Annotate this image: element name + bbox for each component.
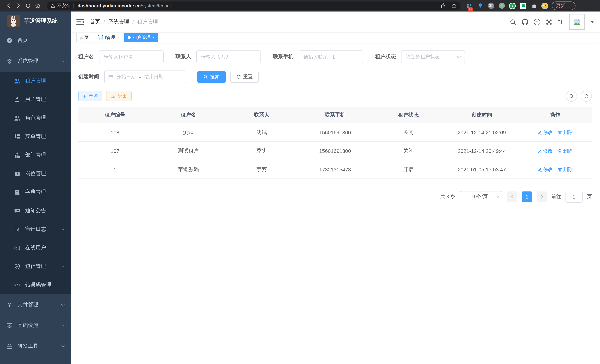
github-icon[interactable] [522,19,528,25]
sidebar-item-sms[interactable]: 短信管理 [0,257,71,276]
status-label: 租户状态 [375,53,396,60]
extension-y-icon[interactable]: Y [509,2,516,9]
gear-icon: ⚙ [6,58,13,64]
font-size-icon[interactable]: TT [558,19,564,25]
sidebar-item-tenant[interactable]: 租户管理 [0,72,71,90]
delete-button[interactable]: 删除 [558,166,573,173]
help-icon[interactable]: ? [534,19,540,25]
tenant-name-input[interactable] [99,50,164,63]
export-button[interactable]: 导出 [106,91,132,101]
cell-tenant-id: 1 [78,160,151,178]
next-page-button[interactable] [536,191,547,202]
toggle-search-button[interactable] [566,91,577,102]
tab-dept[interactable]: 部门管理 × [94,33,123,42]
edit-button[interactable]: 修改 [537,129,553,136]
refresh-icon [236,75,241,79]
navbar: 首页 / 系统管理 / 租户管理 ? [71,11,600,32]
header-search-icon[interactable] [510,19,516,25]
tab-label: 租户管理 [133,34,150,41]
cell-status: 关闭 [372,142,445,160]
cell-tenant-name: 芋道源码 [151,160,225,178]
avatar[interactable] [569,14,585,30]
pagination: 共 3 条 10条/页 1 前往 页 [78,191,592,203]
sidebar-item-system[interactable]: ⚙ 系统管理 [0,51,71,72]
col-tenant-name: 租户名 [151,107,225,123]
edit-button[interactable]: 修改 [537,148,553,154]
sidebar-item-error-codes[interactable]: </> 错误码管理 [0,276,71,294]
table-row: 1 芋道源码 芋艿 17321315478 开启 2021-01-05 17:0… [78,160,592,179]
breadcrumb-separator: / [103,19,105,25]
sidebar-item-dev-tools[interactable]: 研发工具 [0,336,71,357]
not-secure-label[interactable]: 不安全 [57,3,71,9]
tenant-name-label: 租户名 [78,53,94,60]
sidebar-item-label: 审计日志 [25,226,46,233]
search-button[interactable]: 搜索 [197,71,225,83]
breadcrumb-system[interactable]: 系统管理 [108,19,129,25]
table-row: 108 测试 测试 15601691300 关闭 2021-12-14 21:0… [78,123,592,142]
reset-button[interactable]: 重置 [230,71,259,83]
home-icon[interactable] [33,1,42,10]
cell-tenant-id: 108 [78,123,151,141]
delete-button[interactable]: 删除 [558,148,573,154]
sidebar-item-label: 短信管理 [25,263,46,270]
sidebar-item-online-users[interactable]: 在线用户 [0,239,71,257]
status-select[interactable]: 请选择租户状态 [401,50,465,63]
refresh-table-button[interactable] [581,91,592,102]
chrome-menu-icon[interactable]: ⋮ [568,3,572,8]
contact-input[interactable] [196,50,261,63]
close-icon[interactable]: × [117,35,119,40]
reload-icon[interactable] [23,1,33,10]
fullscreen-icon[interactable] [546,19,552,25]
create-time-label: 创建时间 [78,74,99,80]
end-date-placeholder: 结束日期 [144,74,163,80]
close-icon[interactable]: × [152,35,155,40]
sidebar-item-notice[interactable]: 通知公告 [0,202,71,220]
tab-label: 部门管理 [97,34,115,41]
tab-home[interactable]: 首页 [76,33,92,42]
forward-icon[interactable] [13,1,23,10]
tab-label: 首页 [80,34,89,41]
create-time-range-picker[interactable]: 开始日期 - 结束日期 [104,71,186,83]
bookmark-star-icon[interactable] [451,3,457,9]
extension-tabs-icon[interactable]: 10 [466,2,473,9]
tab-tenant[interactable]: 租户管理 × [124,33,158,42]
chrome-update-button[interactable]: 更新 ⋮ [552,1,575,10]
delete-button[interactable]: 删除 [558,129,573,136]
prev-page-button[interactable] [507,191,517,202]
goto-label: 前往 [551,193,561,200]
sidebar-item-roles[interactable]: 角色管理 [0,109,71,127]
sidebar-item-menus[interactable]: 菜单管理 [0,127,71,146]
sidebar-item-payment[interactable]: ¥ 支付管理 [0,294,71,315]
page-size-select[interactable]: 10条/页 [460,191,502,202]
sidebar-item-depts[interactable]: 部门管理 [0,146,71,164]
extension-command-icon[interactable]: ⌘ [487,2,495,9]
table-header: 租户编号 租户名 联系人 联系手机 租户状态 创建时间 操作 [78,107,592,123]
url-text[interactable]: dashboard.yudao.iocoder.cn/system/tenant [77,3,171,8]
page-number-1[interactable]: 1 [522,191,532,202]
share-icon[interactable] [441,3,446,9]
calendar-icon [108,75,113,79]
refresh-icon [584,94,589,99]
app-logo-row[interactable]: 芋道管理系统 [0,11,71,30]
breadcrumb-home[interactable]: 首页 [90,19,100,25]
extensions-puzzle-icon[interactable] [530,2,538,9]
sidebar-item-audit-log[interactable]: 审计日志 [0,220,71,239]
goto-page-input[interactable] [565,191,582,203]
add-button[interactable]: + 新增 [78,91,103,101]
breadcrumb-separator: / [132,19,134,25]
hamburger-icon[interactable] [76,19,84,25]
profile-avatar-icon[interactable] [541,2,548,9]
sidebar-item-users[interactable]: 用户管理 [0,90,71,109]
extension-dot-icon[interactable] [498,2,505,9]
sidebar-item-infra[interactable]: 基础设施 [0,315,71,336]
back-icon[interactable] [4,1,13,10]
edit-button[interactable]: 修改 [537,166,553,173]
mobile-input[interactable] [299,50,363,63]
sidebar-item-home[interactable]: 首页 [0,30,71,51]
extension-balloon-icon[interactable] [477,2,484,9]
avatar-caret-icon[interactable] [590,21,594,23]
sidebar-item-posts[interactable]: 岗位管理 [0,164,71,183]
address-bar[interactable]: 不安全 dashboard.yudao.iocoder.cn/system/te… [47,1,460,10]
sidebar-item-dict[interactable]: 字典管理 [0,183,71,202]
extension-chat-icon[interactable] [519,2,527,9]
